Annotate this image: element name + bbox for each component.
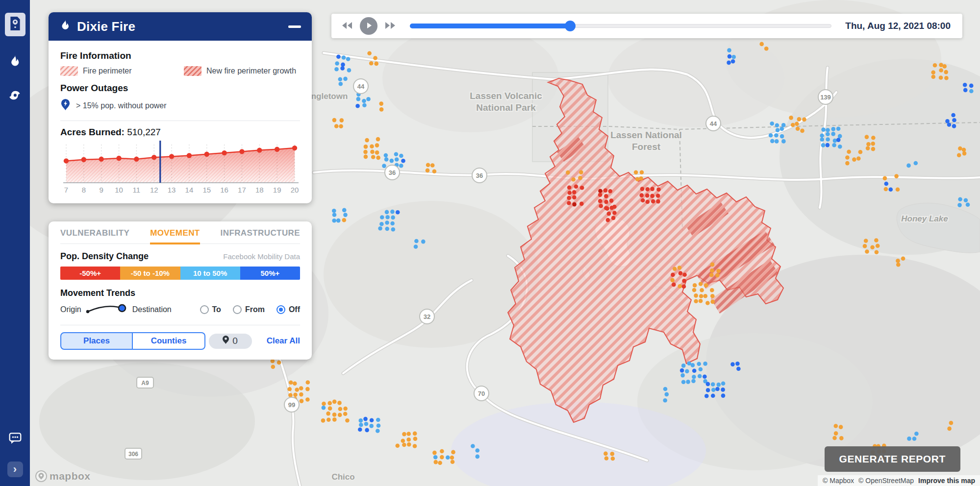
- density-cluster: [321, 400, 350, 423]
- timeline-bar: Thu, Aug 12, 2021 08:00: [331, 14, 962, 38]
- rewind-button[interactable]: [341, 21, 353, 31]
- svg-text:36: 36: [389, 169, 396, 176]
- sidebar-item-fires[interactable]: [8, 55, 22, 70]
- road-shield: 44: [353, 79, 368, 94]
- acres-burned-value: 510,227: [127, 127, 161, 137]
- radio-from[interactable]: From: [233, 305, 265, 314]
- divider: [60, 325, 300, 325]
- density-cluster: [338, 77, 348, 86]
- power-outage-pin-icon: [60, 98, 71, 113]
- svg-text:12: 12: [150, 186, 158, 194]
- play-button[interactable]: [360, 17, 377, 35]
- movement-trends-title: Movement Trends: [60, 288, 300, 298]
- density-cluster: [379, 101, 383, 111]
- slider-handle[interactable]: [565, 21, 576, 31]
- acres-burned-line: Acres Burned: 510,227: [60, 127, 300, 138]
- density-cluster: [704, 381, 725, 398]
- scale-seg-neg50to10: -50 to -10%: [120, 267, 180, 280]
- timeline-date: Thu, Aug 12, 2021 08:00: [845, 21, 953, 31]
- fire-perimeter-swatch: [60, 66, 78, 76]
- tab-infrastructure[interactable]: INFRASTRUCTURE: [221, 228, 300, 243]
- pop-density-title: Pop. Density Change: [60, 251, 149, 262]
- tab-vulnerability[interactable]: VULNERABILITY: [60, 228, 129, 243]
- origin-destination-arc-icon: [84, 302, 129, 317]
- density-cluster: [334, 54, 351, 72]
- play-icon: [363, 20, 374, 32]
- svg-text:44: 44: [710, 120, 717, 127]
- svg-text:139: 139: [820, 94, 831, 101]
- fire-panel-header: Dixie Fire: [49, 12, 312, 41]
- legend-fire-perimeter: Fire perimeter: [60, 66, 184, 76]
- radio-circle-icon: [200, 305, 209, 314]
- map-label: Honey Lake: [901, 214, 948, 223]
- places-button[interactable]: Places: [60, 332, 133, 350]
- map-label: Lassen Volcanic: [470, 91, 542, 101]
- map-label: Lassen National: [610, 130, 682, 140]
- power-outage-legend: > 15% pop. without power: [60, 98, 300, 113]
- sidebar: ›: [0, 0, 30, 486]
- mapbox-attribution[interactable]: © Mapbox: [823, 477, 854, 485]
- sidebar-item-hurricanes[interactable]: [8, 89, 22, 104]
- flame-icon: [8, 61, 22, 70]
- destination-label: Destination: [132, 305, 172, 314]
- radio-circle-icon: [233, 305, 242, 314]
- pop-density-source: Facebook Mobility Data: [223, 252, 300, 261]
- density-cluster: [332, 208, 348, 223]
- density-cluster: [432, 449, 455, 465]
- selected-count-badge: 0: [209, 334, 252, 349]
- scale-seg-10to50: 10 to 50%: [180, 267, 240, 280]
- clear-all-button[interactable]: Clear All: [267, 336, 300, 346]
- fire-panel-title: Dixie Fire: [77, 19, 135, 34]
- mapbox-pin-icon: [35, 470, 47, 482]
- layers-tabs: VULNERABILITY MOVEMENT INFRASTRUCTURE: [60, 228, 300, 244]
- svg-text:9: 9: [100, 186, 103, 194]
- road-shield: 70: [474, 386, 489, 401]
- road-shield: 306: [125, 448, 142, 459]
- places-counties-toggle: Places Counties: [60, 332, 205, 350]
- minimize-button[interactable]: [288, 25, 301, 28]
- svg-text:306: 306: [128, 451, 138, 458]
- fire-information-title: Fire Information: [60, 50, 300, 61]
- mapbox-logo-text: mapbox: [50, 470, 91, 482]
- svg-text:13: 13: [168, 186, 176, 194]
- sidebar-expand-button[interactable]: ›: [7, 462, 23, 477]
- pin-icon: [223, 336, 229, 346]
- movement-radios: ToFromOff: [188, 305, 300, 314]
- counties-button[interactable]: Counties: [133, 332, 205, 350]
- svg-text:10: 10: [115, 186, 123, 194]
- fast-forward-button[interactable]: [384, 21, 396, 31]
- svg-text:99: 99: [288, 401, 295, 409]
- svg-text:32: 32: [424, 313, 430, 320]
- svg-text:70: 70: [478, 390, 485, 397]
- mapbox-logo[interactable]: mapbox: [35, 470, 91, 482]
- osm-attribution[interactable]: © OpenStreetMap: [858, 477, 914, 485]
- radio-off[interactable]: Off: [276, 305, 300, 314]
- radio-to[interactable]: To: [200, 305, 221, 314]
- time-slider[interactable]: [410, 21, 831, 31]
- road-shield: 32: [420, 309, 434, 324]
- flame-icon: [59, 20, 71, 33]
- feedback-chat-button[interactable]: [8, 432, 22, 447]
- svg-text:16: 16: [220, 186, 228, 194]
- radio-circle-icon: [276, 305, 285, 314]
- svg-text:17: 17: [238, 186, 246, 194]
- movement-trends-row: Origin Destination ToFromOff: [60, 302, 300, 317]
- origin-label: Origin: [60, 305, 81, 314]
- app-window: Lassen VolcanicNational ParkLassen Natio…: [0, 0, 980, 486]
- improve-map-link[interactable]: Improve this map: [918, 477, 975, 485]
- road-shield: 36: [385, 165, 400, 180]
- tab-movement[interactable]: MOVEMENT: [150, 228, 200, 243]
- density-cluster: [332, 118, 344, 128]
- svg-text:36: 36: [476, 172, 483, 179]
- svg-text:11: 11: [133, 186, 141, 194]
- svg-text:7: 7: [64, 186, 68, 194]
- sidebar-item-report-pin[interactable]: [5, 13, 25, 36]
- generate-report-button[interactable]: GENERATE REPORT: [825, 446, 960, 472]
- road-shield: 44: [706, 116, 721, 131]
- scale-seg-50plus: 50%+: [240, 267, 300, 280]
- map-attribution: © Mapbox © OpenStreetMap Improve this ma…: [818, 475, 980, 486]
- fast-forward-icon: [384, 21, 396, 31]
- road-shield: 99: [284, 397, 299, 412]
- layers-footer: Places Counties 0 Clear All: [60, 332, 300, 350]
- svg-text:44: 44: [357, 83, 365, 90]
